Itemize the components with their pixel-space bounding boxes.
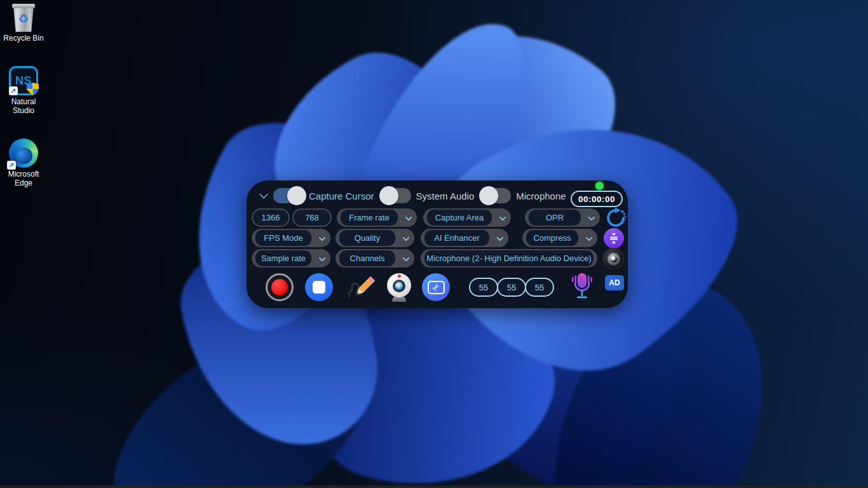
icon-label: Microsoft Edge — [1, 170, 46, 187]
compress-action-button[interactable] — [604, 228, 624, 248]
microphone-device-field[interactable]: Microphone (2- High Definition Audio Dev… — [421, 249, 597, 268]
compress-dropdown[interactable]: Compress — [522, 229, 597, 247]
speaker-icon[interactable] — [602, 248, 624, 269]
desktop-icon-microsoft-edge[interactable]: ↗ Microsoft Edge — [1, 139, 46, 187]
level-value-2[interactable]: 55 — [497, 278, 526, 297]
desktop-icon-natural-studio[interactable]: NS ↗ Natural Studio — [1, 66, 46, 115]
capture-cursor-toggle[interactable] — [273, 188, 304, 203]
chevron-down-icon — [318, 254, 325, 261]
record-button[interactable] — [266, 273, 294, 301]
width-field[interactable]: 1366 — [252, 208, 290, 227]
clip-trim-button[interactable]: ✂ — [422, 273, 450, 301]
channels-dropdown[interactable]: Channels — [336, 249, 414, 268]
status-dot — [595, 182, 604, 190]
chevron-down-icon — [318, 234, 325, 241]
capture-cursor-label: Capture Cursor — [309, 191, 374, 201]
collapse-chevron-icon[interactable] — [259, 190, 268, 199]
shortcut-arrow-icon: ↗ — [7, 161, 16, 170]
stop-button[interactable] — [305, 273, 333, 301]
recording-timer: 00:00:00 — [571, 191, 623, 207]
natural-studio-icon: NS ↗ — [9, 66, 38, 95]
toggle-row: Capture Cursor System Audio Microphone — [252, 186, 623, 206]
chevron-down-icon — [402, 254, 409, 261]
audio-settings-row: Sample rate Channels Microphone (2- High… — [252, 249, 623, 268]
chevron-down-icon — [405, 214, 412, 220]
webcam-button[interactable] — [385, 272, 413, 302]
ai-enhancer-dropdown[interactable]: AI Enhancer — [421, 229, 508, 247]
chevron-down-icon — [585, 234, 592, 241]
microphone-label: Microphone — [516, 191, 566, 201]
refresh-spinner-icon[interactable] — [605, 207, 627, 229]
scissors-icon: ✂ — [430, 281, 442, 293]
level-value-pills: 55 55 55 — [469, 278, 554, 297]
chevron-down-icon — [496, 234, 503, 241]
action-row: ✂ 55 55 55 — [252, 271, 623, 304]
microphone-toggle[interactable] — [480, 188, 511, 203]
height-field[interactable]: 768 — [292, 208, 332, 227]
microphone-level-icon[interactable] — [569, 272, 595, 302]
opr-dropdown[interactable]: OPR — [525, 208, 600, 227]
desktop: ♻ Recycle Bin NS ↗ Natural Studio ↗ Micr… — [0, 0, 868, 488]
system-audio-toggle[interactable] — [381, 188, 411, 203]
sample-rate-dropdown[interactable]: Sample rate — [252, 249, 330, 268]
icon-label: Natural Studio — [1, 97, 46, 115]
draw-annotate-button[interactable] — [346, 273, 375, 302]
uac-shield-icon — [27, 83, 39, 95]
capture-settings-row: 1366 768 Frame rate Capture Area OPR — [252, 208, 623, 227]
recorder-panel: Capture Cursor System Audio Microphone 0… — [247, 180, 628, 308]
ad-badge[interactable]: AD — [605, 275, 624, 290]
recycle-symbol-icon: ♻ — [12, 10, 35, 29]
level-value-1[interactable]: 55 — [469, 278, 498, 297]
chevron-down-icon — [588, 214, 595, 220]
system-audio-label: System Audio — [416, 191, 475, 201]
level-value-3[interactable]: 55 — [525, 278, 554, 297]
frame-rate-dropdown[interactable]: Frame rate — [337, 208, 417, 227]
capture-area-dropdown[interactable]: Capture Area — [423, 208, 511, 227]
taskbar-strip[interactable] — [0, 485, 868, 488]
edge-logo-icon: ↗ — [9, 139, 38, 168]
vertical-compress-icon — [609, 233, 619, 244]
fps-mode-dropdown[interactable]: FPS Mode — [252, 229, 330, 247]
shortcut-arrow-icon: ↗ — [9, 86, 18, 95]
desktop-icon-recycle-bin[interactable]: ♻ Recycle Bin — [1, 4, 46, 43]
chevron-down-icon — [499, 214, 506, 220]
quality-dropdown[interactable]: Quality — [336, 229, 414, 247]
icon-label: Recycle Bin — [3, 34, 43, 43]
recycle-bin-icon: ♻ — [12, 4, 35, 32]
encoding-settings-row: FPS Mode Quality AI Enhancer Compress — [252, 229, 623, 247]
chevron-down-icon — [402, 234, 409, 241]
